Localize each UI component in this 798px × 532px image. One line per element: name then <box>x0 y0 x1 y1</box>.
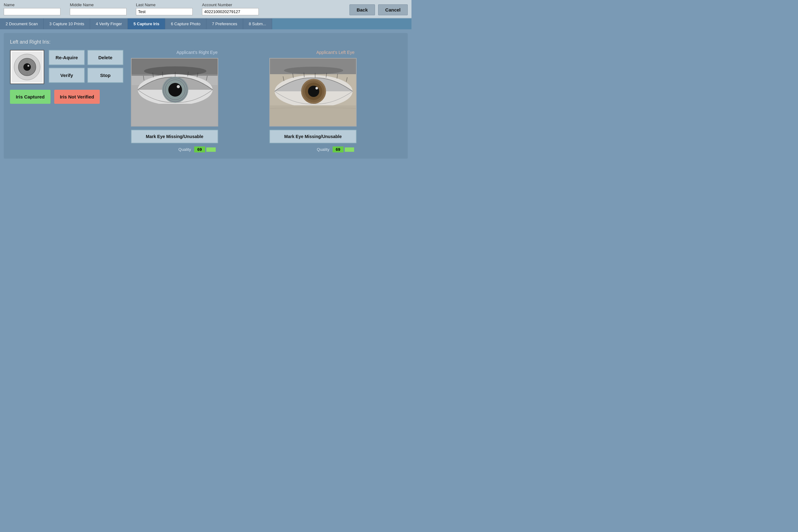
iris-not-verified-badge: Iris Not Verified <box>54 90 100 104</box>
last-name-input[interactable] <box>136 8 193 15</box>
middle-name-field: Middle Name <box>70 2 127 15</box>
tab-preferences[interactable]: 7 Preferences <box>206 18 243 29</box>
name-input[interactable] <box>4 8 60 15</box>
right-quality-bar-fill <box>206 147 216 152</box>
account-number-field: Account Number <box>202 2 259 15</box>
header-buttons: Back Cancel <box>349 4 408 15</box>
right-eye-section: Applicant's Right Eye <box>131 50 263 152</box>
left-eye-section: Applicant's Left Eye <box>269 50 401 152</box>
iris-icon <box>12 52 43 82</box>
right-eye-quality-row: Quality 69 <box>131 147 263 152</box>
right-eye-label: Applicant's Right Eye <box>131 50 263 55</box>
account-number-input[interactable] <box>202 8 259 15</box>
cancel-button[interactable]: Cancel <box>378 4 408 15</box>
middle-name-label: Middle Name <box>70 2 127 7</box>
left-quality-value: 69 <box>332 147 343 152</box>
last-name-field: Last Name <box>136 2 193 15</box>
svg-line-26 <box>163 72 163 76</box>
status-row: Iris Captured Iris Not Verified <box>10 90 124 104</box>
iris-captured-badge: Iris Captured <box>10 90 51 104</box>
eyes-panel: Applicant's Right Eye <box>131 50 401 152</box>
tab-capture-photo[interactable]: 6 Capture Photo <box>165 18 206 29</box>
name-field: Name <box>4 2 60 15</box>
tab-capture-10-prints[interactable]: 3 Capture 10 Prints <box>44 18 90 29</box>
svg-point-40 <box>316 87 318 90</box>
svg-point-6 <box>23 63 31 71</box>
account-number-label: Account Number <box>202 2 259 7</box>
last-name-label: Last Name <box>136 2 193 7</box>
svg-line-44 <box>304 73 304 77</box>
tab-capture-iris[interactable]: 5 Capture Iris <box>128 18 165 29</box>
left-panel: Re-Aquire Delete Verify Stop Iris Captur… <box>10 50 124 152</box>
back-button[interactable]: Back <box>349 4 375 15</box>
tab-document-scan[interactable]: 2 Document Scan <box>0 18 44 29</box>
left-eye-label: Applicant's Left Eye <box>269 50 401 55</box>
svg-point-21 <box>168 83 182 97</box>
left-quality-bar-fill <box>345 147 354 152</box>
tab-verify-finger[interactable]: 4 Verify Finger <box>90 18 128 29</box>
right-eye-svg <box>132 59 218 127</box>
section-title: Left and Right Iris: <box>10 39 401 45</box>
right-quality-bar: 69 <box>194 147 216 152</box>
right-eye-image <box>131 58 218 127</box>
stop-button[interactable]: Stop <box>87 68 124 83</box>
left-eye-image <box>269 58 357 127</box>
content-layout: Re-Aquire Delete Verify Stop Iris Captur… <box>10 50 401 152</box>
name-label: Name <box>4 2 60 7</box>
tab-submit[interactable]: 8 Subm... <box>243 18 272 29</box>
left-quality-label: Quality <box>317 147 329 152</box>
mark-right-eye-button[interactable]: Mark Eye Missing/Unusable <box>131 130 218 144</box>
svg-point-7 <box>27 65 29 67</box>
left-quality-bar: 69 <box>332 147 354 152</box>
iris-thumbnail <box>10 50 44 84</box>
left-eye-quality-row: Quality 69 <box>269 147 401 152</box>
right-quality-value: 69 <box>194 147 205 152</box>
re-acquire-button[interactable]: Re-Aquire <box>49 50 85 65</box>
delete-button[interactable]: Delete <box>87 50 124 65</box>
svg-point-33 <box>284 67 343 74</box>
verify-button[interactable]: Verify <box>49 68 85 83</box>
left-eye-svg <box>270 59 357 127</box>
tab-bar: 2 Document Scan 3 Capture 10 Prints 4 Ve… <box>0 18 412 29</box>
svg-rect-41 <box>270 105 357 127</box>
middle-name-input[interactable] <box>70 8 127 15</box>
header-bar: Name Middle Name Last Name Account Numbe… <box>0 0 412 18</box>
mark-left-eye-button[interactable]: Mark Eye Missing/Unusable <box>269 130 357 144</box>
svg-point-22 <box>177 85 180 88</box>
action-buttons: Re-Aquire Delete Verify Stop <box>49 50 124 83</box>
right-quality-label: Quality <box>178 147 191 152</box>
svg-rect-23 <box>132 104 218 127</box>
main-content: Left and Right Iris: <box>4 33 408 159</box>
